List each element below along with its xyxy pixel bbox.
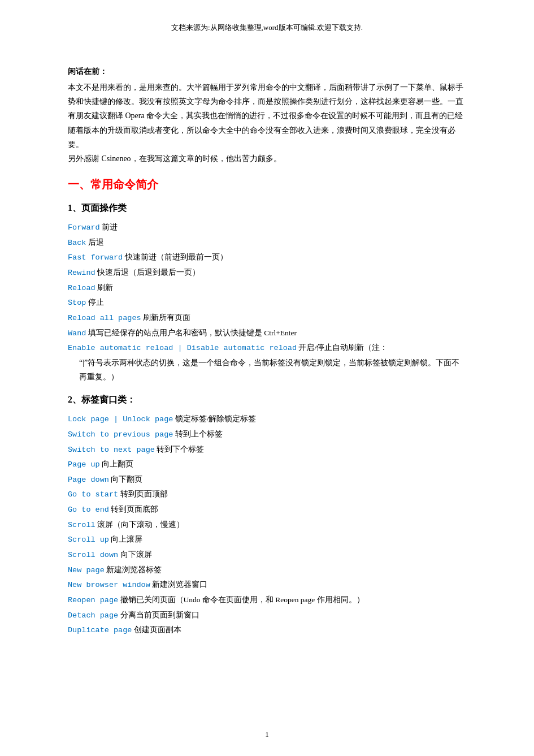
intro-body: 本文不是用来看的，是用来查的。大半篇幅用于罗列常用命令的中文翻译，后面稍带讲了示…: [68, 80, 466, 152]
section1-title: 一、常用命令简介: [68, 177, 466, 192]
desc-text: 填写已经保存的站点用户名和密码，默认快捷键是 Ctrl+Enter: [86, 329, 297, 337]
list-item: Scroll 滚屏（向下滚动，慢速）: [68, 517, 466, 533]
desc-text: 快速前进（前进到最前一页）: [123, 253, 227, 261]
thanks-text: 另外感谢 Csineneo，在我写这篇文章的时候，他出苦力颇多。: [68, 152, 466, 166]
list-item: Forward 前进: [68, 220, 466, 235]
cmd-text: Page up: [68, 460, 100, 469]
desc-text: 向下滚屏: [118, 550, 151, 559]
list-item: Reopen page 撤销已关闭页面（Undo 命令在页面使用，和 Reope…: [68, 593, 466, 608]
cmd-text: New browser window: [68, 581, 150, 589]
cmd-text: Wand: [68, 329, 86, 338]
desc-text: 新建浏览器标签: [105, 565, 162, 574]
list-item: Go to end 转到页面底部: [68, 502, 466, 517]
list-item: Reload all pages 刷新所有页面: [68, 310, 466, 326]
cmd-text: Reload all pages: [68, 314, 141, 322]
list-item: Scroll up 向上滚屏: [68, 532, 466, 547]
desc-text: 向上翻页: [100, 460, 133, 468]
list-item: Rewind 快速后退（后退到最后一页）: [68, 265, 466, 280]
list-item: Detach page 分离当前页面到新窗口: [68, 608, 466, 623]
desc-text: 后退: [86, 238, 103, 247]
list-item: Page up 向上翻页: [68, 457, 466, 472]
desc-text: 新建浏览器窗口: [150, 580, 207, 589]
cmd-text: Scroll up: [68, 535, 109, 544]
desc-text: 向下翻页: [109, 475, 142, 483]
desc-text: 转到下个标签: [155, 445, 204, 453]
note-text: “|”符号表示两种状态的切换，这是一个组合命令，当前标签没有锁定则锁定，当前标签…: [79, 356, 466, 384]
list-item: Enable automatic reload | Disable automa…: [68, 340, 466, 356]
list-item: Scroll down 向下滚屏: [68, 547, 466, 563]
desc-text: 向上滚屏: [109, 535, 142, 543]
desc-text: 撤销已关闭页面（Undo 命令在页面使用，和 Reopen page 作用相同。…: [118, 595, 364, 604]
desc-text: 转到页面顶部: [118, 490, 167, 498]
desc-text: 分离当前页面到新窗口: [118, 611, 199, 619]
list-item: Page down 向下翻页: [68, 472, 466, 487]
page-number: 1: [265, 730, 269, 739]
list-item: New browser window 新建浏览器窗口: [68, 577, 466, 593]
cmd-text: Page down: [68, 476, 109, 484]
cmd-text: Stop: [68, 299, 86, 307]
desc-text: 前进: [100, 223, 118, 231]
desc-text: 创建页面副本: [132, 625, 181, 634]
list-item: Switch to previous page 转到上个标签: [68, 427, 466, 442]
cmd-text: Detach page: [68, 611, 118, 620]
desc-text: 滚屏（向下滚动，慢速）: [95, 520, 184, 529]
page-commands-list: Forward 前进 Back 后退 Fast forward 快速前进（前进到…: [68, 220, 466, 384]
cmd-text: Scroll: [68, 521, 95, 529]
list-item: Lock page | Unlock page 锁定标签/解除锁定标签: [68, 412, 466, 427]
cmd-text: New page: [68, 566, 105, 574]
desc-text: 刷新: [95, 283, 113, 292]
desc-text: 转到页面底部: [109, 505, 158, 513]
intro-section: 闲话在前： 本文不是用来看的，是用来查的。大半篇幅用于罗列常用命令的中文翻译，后…: [68, 67, 466, 166]
list-item: Wand 填写已经保存的站点用户名和密码，默认快捷键是 Ctrl+Enter: [68, 326, 466, 341]
desc-text: 停止: [86, 298, 103, 306]
cmd-text: Back: [68, 239, 86, 247]
desc-text: 刷新所有页面: [141, 313, 190, 322]
list-item: Back 后退: [68, 235, 466, 250]
cmd-text: Go to start: [68, 490, 118, 499]
list-item: Switch to next page 转到下个标签: [68, 442, 466, 457]
desc-text: 快速后退（后退到最后一页）: [95, 268, 200, 277]
cmd-text: Lock page | Unlock page: [68, 415, 173, 424]
cmd-text: Switch to previous page: [68, 430, 173, 439]
cmd-text: Reload: [68, 284, 95, 292]
cmd-text: Duplicate page: [68, 626, 132, 634]
list-item: Duplicate page 创建页面副本: [68, 623, 466, 638]
cmd-text: Scroll down: [68, 551, 118, 559]
cmd-text: Reopen page: [68, 596, 118, 604]
list-item: Stop 停止: [68, 295, 466, 310]
cmd-text: Forward: [68, 223, 100, 232]
cmd-text: Fast forward: [68, 253, 123, 262]
list-item: Go to start 转到页面顶部: [68, 487, 466, 502]
list-item: Fast forward 快速前进（前进到最前一页）: [68, 250, 466, 265]
cmd-text: Enable automatic reload | Disable automa…: [68, 344, 297, 352]
subsection2-title: 2、标签窗口类：: [68, 394, 466, 406]
cmd-text: Switch to next page: [68, 446, 155, 454]
intro-heading: 闲话在前：: [68, 67, 466, 77]
cmd-text: Go to end: [68, 506, 109, 514]
desc-text: 转到上个标签: [173, 430, 222, 438]
desc-text: 锁定标签/解除锁定标签: [173, 414, 256, 423]
page-container: 文档来源为:从网络收集整理,word版本可编辑.欢迎下载支持. 闲话在前： 本文…: [0, 0, 534, 756]
subsection1-title: 1、页面操作类: [68, 202, 466, 214]
desc-text: 开启/停止自动刷新（注：: [297, 343, 388, 352]
list-item: New page 新建浏览器标签: [68, 563, 466, 578]
cmd-text: Rewind: [68, 269, 95, 277]
tab-commands-list: Lock page | Unlock page 锁定标签/解除锁定标签 Swit…: [68, 412, 466, 638]
top-note: 文档来源为:从网络收集整理,word版本可编辑.欢迎下载支持.: [68, 23, 466, 33]
list-item: Reload 刷新: [68, 280, 466, 296]
